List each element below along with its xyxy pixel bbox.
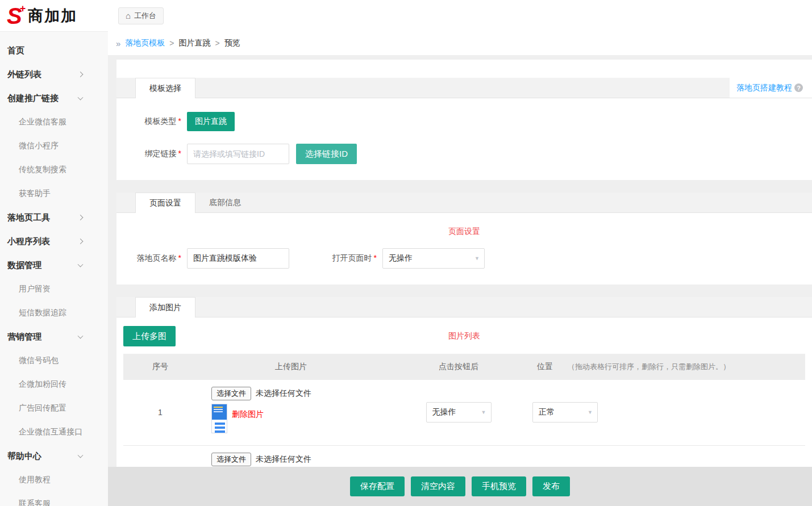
template-type-button[interactable]: 图片直跳 <box>187 112 235 131</box>
page-settings-card: 页面设置 底部信息 页面设置 落地页名称* 打开页面时* <box>116 193 812 285</box>
sidebar-item-ad-callback-config[interactable]: 广告回传配置 <box>0 396 108 420</box>
brand-name: 商加加 <box>28 6 77 26</box>
app-window: S+ 商加加 ⌂ 工作台 首页 外链列表 创建推广链接 企业微信客服 微信小程序… <box>0 0 812 506</box>
brand-logo: S+ 商加加 <box>0 0 108 31</box>
sidebar-item-create-promo-link[interactable]: 创建推广链接 <box>0 86 108 110</box>
top-header: S+ 商加加 ⌂ 工作台 <box>0 0 812 31</box>
tab-footer-info[interactable]: 底部信息 <box>195 193 255 212</box>
sidebar-item-wecom-fan-callback[interactable]: 企微加粉回传 <box>0 373 108 396</box>
landing-tutorial-link[interactable]: 落地页搭建教程 ? <box>730 78 812 98</box>
mobile-preview-button[interactable]: 手机预览 <box>472 476 526 496</box>
publish-button[interactable]: 发布 <box>532 476 570 496</box>
sidebar-item-wecom-service[interactable]: 企业微信客服 <box>0 110 108 134</box>
upload-multi-button[interactable]: 上传多图 <box>123 326 176 346</box>
sidebar-item-home[interactable]: 首页 <box>0 39 108 62</box>
chevron-down-icon <box>78 333 84 339</box>
caret-down-icon: ▼ <box>588 409 593 415</box>
table-header-row: 序号 上传图片 点击按钮后 位置 （拖动表格行可排序，删除行，只需删除图片。） <box>123 354 805 380</box>
row-index: 1 <box>123 408 197 417</box>
tab-strip-spacer <box>195 297 812 317</box>
image-list-section-label: 图片列表 <box>116 331 812 341</box>
breadcrumb: » 落地页模板 > 图片直跳 > 预览 <box>108 31 812 55</box>
page-settings-tab-strip: 页面设置 底部信息 <box>116 193 812 213</box>
click-action-select[interactable]: 无操作 ▼ <box>426 402 492 423</box>
breadcrumb-landing-templates[interactable]: 落地页模板 <box>125 38 165 48</box>
question-circle-icon: ? <box>794 83 803 92</box>
chevron-right-icon <box>78 215 84 220</box>
file-status-text: 未选择任何文件 <box>256 388 311 399</box>
breadcrumb-arrows-icon: » <box>116 39 120 48</box>
select-link-id-button[interactable]: 选择链接ID <box>296 144 357 164</box>
table-note: （拖动表格行可排序，删除行，只需删除图片。） <box>568 362 730 372</box>
sidebar-item-wechat-number-pack[interactable]: 微信号码包 <box>0 349 108 373</box>
footer-action-bar: 保存配置 清空内容 手机预览 发布 <box>108 467 812 506</box>
landing-name-label: 落地页名称* <box>116 253 181 264</box>
template-select-card: 模板选择 落地页搭建教程 ? 模板类型* 图片直跳 绑定 <box>116 60 812 180</box>
landing-name-row: 落地页名称* 打开页面时* 无操作 ▼ <box>116 248 812 269</box>
page-settings-body: 页面设置 落地页名称* 打开页面时* 无操作 ▼ <box>116 213 812 285</box>
required-asterisk: * <box>178 149 181 158</box>
tab-template-select[interactable]: 模板选择 <box>135 78 195 98</box>
tab-strip-spacer <box>255 193 812 212</box>
tab-page-settings[interactable]: 页面设置 <box>135 193 195 213</box>
sidebar-item-wecom-api[interactable]: 企业微信互通接口 <box>0 420 108 444</box>
tutorial-link-label: 落地页搭建教程 <box>736 83 792 93</box>
sidebar-item-contact-support[interactable]: 联系客服 <box>0 492 108 506</box>
logo-plus-glyph: + <box>20 3 26 15</box>
sidebar-item-data-management[interactable]: 数据管理 <box>0 253 108 277</box>
save-config-button[interactable]: 保存配置 <box>350 476 405 496</box>
sidebar-item-marketing[interactable]: 营销管理 <box>0 325 108 349</box>
sidebar-item-external-links[interactable]: 外链列表 <box>0 62 108 86</box>
breadcrumb-separator: > <box>169 39 174 48</box>
choose-file-button[interactable]: 选择文件 <box>211 453 251 466</box>
sidebar-item-customer-helper[interactable]: 获客助手 <box>0 182 108 206</box>
open-page-select[interactable]: 无操作 ▼ <box>382 248 485 269</box>
sidebar-item-help-center[interactable]: 帮助中心 <box>0 444 108 468</box>
required-asterisk: * <box>374 253 377 262</box>
upload-row: 上传多图 图片列表 <box>116 317 812 354</box>
row-action-cell: 无操作 ▼ <box>385 402 532 423</box>
chevron-right-icon <box>78 72 84 77</box>
open-page-label: 打开页面时* <box>312 253 377 264</box>
file-status-text: 未选择任何文件 <box>256 454 311 465</box>
main-area: » 落地页模板 > 图片直跳 > 预览 模板选择 落地页搭建教程 ? <box>108 31 812 506</box>
landing-name-input[interactable] <box>187 248 289 269</box>
link-id-input[interactable] <box>187 144 289 164</box>
header-index: 序号 <box>123 362 197 372</box>
position-select[interactable]: 正常 ▼ <box>532 402 598 423</box>
sidebar-item-landing-tools[interactable]: 落地页工具 <box>0 206 108 229</box>
workbench-button[interactable]: ⌂ 工作台 <box>118 7 164 24</box>
table-row: 1 选择文件 未选择任何文件 删除图片 <box>123 380 805 446</box>
sidebar: 首页 外链列表 创建推广链接 企业微信客服 微信小程序 传统复制搜索 获客助手 … <box>0 31 108 506</box>
breadcrumb-image-jump: 图片直跳 <box>179 38 211 48</box>
row-position-cell: 正常 ▼ <box>532 402 805 423</box>
sidebar-item-miniprogram-list[interactable]: 小程序列表 <box>0 229 108 253</box>
sidebar-item-user-leads[interactable]: 用户留资 <box>0 277 108 301</box>
sidebar-item-tutorials[interactable]: 使用教程 <box>0 468 108 492</box>
content-scroll-area: 模板选择 落地页搭建教程 ? 模板类型* 图片直跳 绑定 <box>108 55 812 506</box>
tab-strip-spacer <box>195 78 730 98</box>
uploaded-image-thumbnail[interactable] <box>211 404 227 433</box>
bind-link-label: 绑定链接* <box>116 149 181 159</box>
row-upload-cell: 选择文件 未选择任何文件 删除图片 <box>197 387 385 433</box>
sidebar-item-sms-tracking[interactable]: 短信数据追踪 <box>0 301 108 325</box>
caret-down-icon: ▼ <box>481 409 486 415</box>
chevron-down-icon <box>78 262 84 267</box>
sidebar-item-wechat-miniprogram[interactable]: 微信小程序 <box>0 134 108 158</box>
caret-down-icon: ▼ <box>474 256 480 261</box>
workbench-label: 工作台 <box>134 11 156 21</box>
required-asterisk: * <box>178 253 181 262</box>
page-settings-section-label: 页面设置 <box>116 227 812 237</box>
tab-add-images[interactable]: 添加图片 <box>135 297 195 317</box>
choose-file-button[interactable]: 选择文件 <box>211 387 251 400</box>
clear-content-button[interactable]: 清空内容 <box>411 476 465 496</box>
chevron-down-icon <box>78 95 84 101</box>
sidebar-item-copy-search[interactable]: 传统复制搜索 <box>0 158 108 182</box>
required-asterisk: * <box>178 116 181 126</box>
bind-link-row: 绑定链接* 选择链接ID <box>116 144 812 164</box>
breadcrumb-separator: > <box>215 39 220 48</box>
logo-s-glyph: S <box>7 5 21 27</box>
template-type-label: 模板类型* <box>116 116 181 127</box>
template-tab-strip: 模板选择 落地页搭建教程 ? <box>116 78 812 98</box>
delete-image-link[interactable]: 删除图片 <box>232 409 264 420</box>
